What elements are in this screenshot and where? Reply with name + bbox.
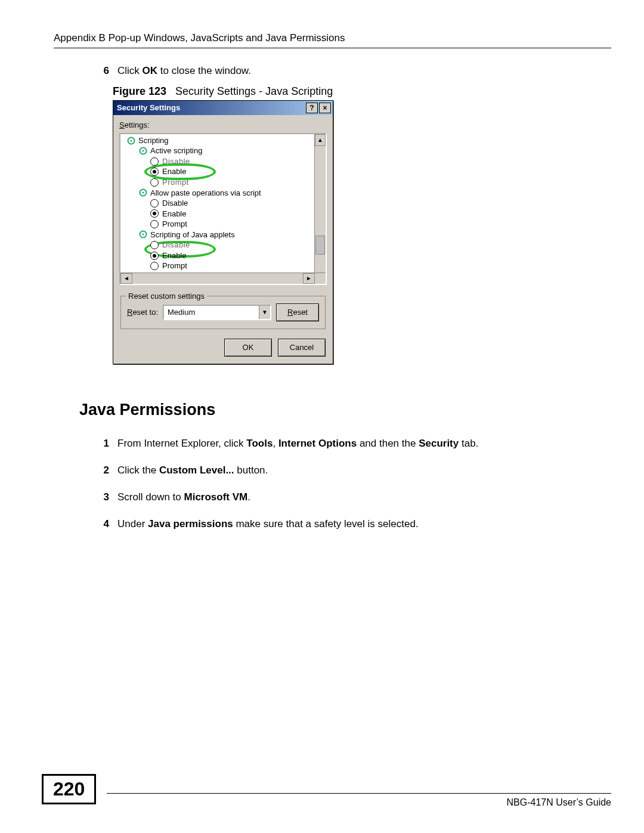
figure-caption: Figure 123 Security Settings - Java Scri… bbox=[113, 84, 590, 98]
group-legend: Reset custom settings bbox=[126, 291, 207, 302]
scroll-thumb[interactable] bbox=[315, 236, 325, 255]
dialog-footer: OK Cancel bbox=[224, 339, 326, 357]
text: R bbox=[287, 307, 293, 318]
vertical-scrollbar[interactable]: ▲ bbox=[314, 134, 326, 273]
radio-icon-selected bbox=[150, 209, 159, 218]
radio-icon-selected bbox=[150, 168, 159, 176]
bold: Internet Options bbox=[278, 438, 357, 449]
step-1: 1 From Internet Explorer, click Tools, I… bbox=[100, 437, 590, 451]
radio-disable[interactable]: Disable bbox=[123, 240, 315, 250]
step-6: 6 Click OK to close the window. bbox=[100, 64, 590, 78]
radio-prompt[interactable]: Prompt bbox=[123, 261, 315, 271]
page-header: Appendix B Pop-up Windows, JavaScripts a… bbox=[54, 32, 611, 48]
node-active-scripting: Active scripting bbox=[123, 145, 315, 156]
reset-button[interactable]: Reset bbox=[276, 304, 319, 321]
step-3: 3 Scroll down to Microsoft VM. bbox=[100, 491, 590, 504]
text: R bbox=[127, 308, 132, 317]
step-4: 4 Under Java permissions make sure that … bbox=[100, 518, 590, 531]
gear-icon bbox=[138, 146, 148, 156]
option-label: Prompt bbox=[162, 219, 187, 230]
horizontal-scrollbar[interactable]: ◄ ► bbox=[120, 272, 326, 284]
text: Click the bbox=[117, 465, 159, 476]
cancel-button[interactable]: Cancel bbox=[278, 339, 326, 357]
radio-enable[interactable]: Enable bbox=[123, 250, 315, 261]
svg-point-7 bbox=[143, 234, 144, 236]
text: Scroll down to bbox=[117, 491, 184, 503]
text: eset to: bbox=[132, 308, 158, 317]
option-label: Disable bbox=[162, 156, 190, 167]
radio-enable[interactable]: Enable bbox=[123, 209, 315, 219]
page-footer: 220 NBG-417N User’s Guide bbox=[42, 774, 611, 804]
node-label: Allow paste operations via script bbox=[150, 188, 261, 199]
radio-icon bbox=[150, 262, 159, 270]
ok-button[interactable]: OK bbox=[224, 339, 272, 357]
text: . bbox=[247, 491, 250, 503]
footer-rule: NBG-417N User’s Guide bbox=[107, 793, 611, 794]
gear-icon bbox=[138, 188, 148, 197]
radio-icon bbox=[150, 241, 159, 249]
figure-label: Figure 123 bbox=[113, 85, 166, 97]
settings-tree[interactable]: Scripting Active scripting Disable Enabl… bbox=[119, 133, 327, 285]
node-allow-paste: Allow paste operations via script bbox=[123, 188, 315, 199]
titlebar-buttons: ? × bbox=[306, 103, 331, 113]
text: S bbox=[119, 120, 125, 129]
radio-icon bbox=[150, 220, 159, 228]
text: to close the window. bbox=[157, 65, 251, 76]
bold: Microsoft VM bbox=[184, 491, 248, 503]
bold: Security bbox=[419, 438, 459, 449]
node-label: Scripting bbox=[138, 135, 169, 146]
radio-prompt[interactable]: Prompt bbox=[123, 177, 315, 188]
step-number: 4 bbox=[100, 518, 109, 531]
option-label: Enable bbox=[162, 250, 186, 261]
steps-block: 1 From Internet Explorer, click Tools, I… bbox=[79, 437, 590, 531]
figure-title: Security Settings - Java Scripting bbox=[175, 85, 333, 97]
text: make sure that a safety level is selecte… bbox=[233, 518, 419, 529]
text: Under bbox=[117, 518, 148, 529]
option-label: Disable bbox=[162, 240, 190, 250]
bold: Java permissions bbox=[148, 518, 233, 529]
text: ettings: bbox=[125, 120, 150, 129]
svg-point-1 bbox=[131, 140, 132, 141]
footer-guide-title: NBG-417N User’s Guide bbox=[507, 797, 611, 808]
radio-icon-selected bbox=[150, 252, 159, 260]
dialog-title: Security Settings bbox=[117, 103, 180, 113]
scroll-right-icon[interactable]: ► bbox=[303, 273, 315, 284]
radio-icon bbox=[150, 157, 159, 166]
text: and then the bbox=[357, 438, 419, 449]
step-number: 1 bbox=[100, 437, 109, 451]
text: eset bbox=[293, 307, 308, 318]
gear-icon bbox=[126, 136, 136, 145]
scroll-left-icon[interactable]: ◄ bbox=[120, 273, 132, 284]
step-number: 2 bbox=[100, 464, 109, 478]
reset-level-combo[interactable]: Medium ▼ bbox=[163, 305, 271, 320]
bold: Tools bbox=[246, 438, 273, 449]
scroll-corner bbox=[315, 273, 326, 284]
scroll-up-icon[interactable]: ▲ bbox=[315, 134, 326, 146]
node-label: Scripting of Java applets bbox=[150, 230, 235, 240]
reset-custom-settings-group: Reset custom settings Reset to: Medium ▼… bbox=[120, 296, 326, 329]
settings-label: Settings: bbox=[119, 120, 327, 131]
security-settings-dialog: Security Settings ? × Settings: bbox=[113, 100, 333, 364]
step-2: 2 Click the Custom Level... button. bbox=[100, 464, 590, 478]
dialog-body: Settings: Scripting bbox=[113, 115, 333, 364]
option-label: Disable bbox=[162, 198, 188, 209]
radio-disable[interactable]: Disable bbox=[123, 198, 315, 209]
radio-enable[interactable]: Enable bbox=[123, 166, 315, 177]
combo-value: Medium bbox=[164, 307, 259, 318]
step-text: Under Java permissions make sure that a … bbox=[117, 518, 419, 531]
option-label: Prompt bbox=[162, 261, 187, 271]
help-button[interactable]: ? bbox=[306, 103, 318, 113]
chevron-down-icon[interactable]: ▼ bbox=[259, 306, 270, 319]
text: Click bbox=[117, 65, 143, 76]
option-label: Prompt bbox=[162, 177, 189, 188]
dialog-titlebar: Security Settings ? × bbox=[113, 101, 333, 115]
step-text: Scroll down to Microsoft VM. bbox=[117, 491, 250, 504]
close-button[interactable]: × bbox=[319, 103, 331, 113]
step-text: From Internet Explorer, click Tools, Int… bbox=[117, 437, 478, 451]
reset-to-label: Reset to: bbox=[127, 307, 158, 318]
radio-disable[interactable]: Disable bbox=[123, 156, 315, 167]
radio-icon bbox=[150, 178, 159, 187]
gear-icon bbox=[138, 230, 148, 239]
radio-prompt[interactable]: Prompt bbox=[123, 219, 315, 230]
section-heading: Java Permissions bbox=[79, 399, 590, 420]
